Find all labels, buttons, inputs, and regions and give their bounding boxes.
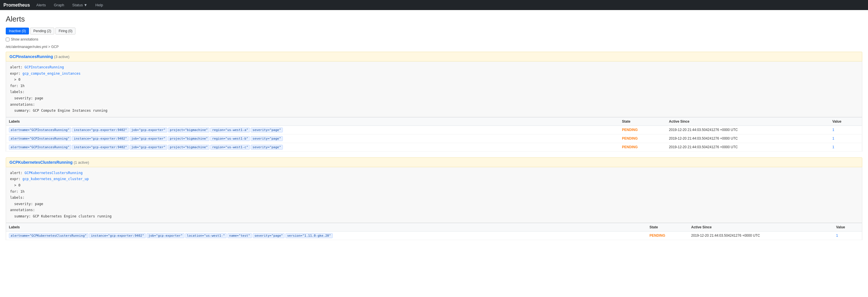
label-tag: severity="page" [251, 128, 283, 132]
label-tag: region="us-west1-a" [210, 128, 250, 132]
label-tag: instance="gcp-exporter:9402" [89, 233, 146, 238]
alert-link-gcp-kubernetes[interactable]: GCPKubernetesClustersRunning [25, 171, 83, 175]
cell-labels: alertname="GCPKubernetesClustersRunning"… [6, 231, 647, 240]
state-badge: PENDING [622, 136, 638, 140]
col-labels-1: Labels [6, 117, 619, 126]
cell-active-since: 2019-12-20 21:44:03.504241276 +0000 UTC [666, 126, 830, 134]
rule-expr-gcp-instances: alert: GCPInstancesRunning expr: gcp_com… [6, 61, 862, 117]
label-tag: job="gcp-exporter" [130, 136, 167, 141]
filter-firing-button[interactable]: Firing (0) [55, 28, 75, 34]
label-tag: alertname="GCPInstancesRunning" [9, 145, 71, 150]
label-tag: alertname="GCPInstancesRunning" [9, 128, 71, 132]
label-tag: region="us-west1-b" [210, 136, 250, 141]
active-count-gcp-instances: (3 active) [54, 55, 69, 59]
cell-value: 1 [830, 126, 862, 134]
label-tag: version="1.11.0-gke.20" [285, 233, 333, 238]
show-annotations-label[interactable]: Show annotations [6, 37, 862, 42]
alerts-table-gcp-instances: Labels State Active Since Value alertnam… [6, 117, 862, 152]
navbar-brand[interactable]: Prometheus [3, 3, 30, 8]
page-content: Alerts Inactive (0) Pending (2) Firing (… [0, 10, 868, 250]
value-link[interactable]: 1 [832, 136, 834, 140]
table-row: alertname="GCPInstancesRunning" instance… [6, 126, 862, 134]
show-annotations-text: Show annotations [11, 37, 38, 42]
nav-help[interactable]: Help [94, 2, 105, 8]
rule-name-gcp-instances[interactable]: GCPInstancesRunning [9, 54, 53, 59]
cell-value: 1 [830, 143, 862, 152]
active-count-gcp-kubernetes: (1 active) [74, 160, 89, 165]
label-tag: project="bigmachine" [168, 145, 209, 150]
rule-expr-gcp-kubernetes: alert: GCPKubernetesClustersRunning expr… [6, 167, 862, 223]
filter-inactive-button[interactable]: Inactive (0) [6, 28, 29, 34]
rule-group-gcp-instances: GCPInstancesRunning (3 active) alert: GC… [6, 52, 862, 152]
navbar: Prometheus Alerts Graph Status ▼ Help [0, 0, 868, 10]
state-badge: PENDING [622, 128, 638, 132]
table-row: alertname="GCPKubernetesClustersRunning"… [6, 231, 862, 240]
nav-graph[interactable]: Graph [52, 2, 66, 8]
col-state-1: State [619, 117, 666, 126]
rule-name-gcp-kubernetes[interactable]: GCPKubernetesClustersRunning [9, 160, 72, 165]
label-tag: region="us-west1-c" [210, 145, 250, 150]
cell-labels: alertname="GCPInstancesRunning" instance… [6, 126, 619, 134]
label-tag: job="gcp-exporter" [130, 145, 167, 150]
value-link[interactable]: 1 [832, 145, 834, 149]
cell-active-since: 2019-12-20 21:44:03.504241276 +0000 UTC [666, 134, 830, 143]
table-row: alertname="GCPInstancesRunning" instance… [6, 134, 862, 143]
label-tag: job="gcp-exporter" [147, 233, 184, 238]
label-tag: severity="page" [253, 233, 284, 238]
nav-status[interactable]: Status ▼ [70, 2, 89, 8]
cell-state: PENDING [619, 126, 666, 134]
cell-labels: alertname="GCPInstancesRunning" instance… [6, 143, 619, 152]
page-title: Alerts [6, 15, 862, 24]
label-tag: project="bigmachine" [168, 128, 209, 132]
label-tag: project="bigmachine" [168, 136, 209, 141]
col-state-2: State [647, 223, 688, 231]
col-labels-2: Labels [6, 223, 647, 231]
cell-value: 1 [833, 231, 862, 240]
label-tag: instance="gcp-exporter:9402" [72, 136, 128, 141]
cell-state: PENDING [647, 231, 688, 240]
state-badge: PENDING [622, 145, 638, 149]
cell-active-since: 2019-12-20 21:44:03.504241276 +0000 UTC [688, 231, 833, 240]
rule-group-gcp-kubernetes: GCPKubernetesClustersRunning (1 active) … [6, 157, 862, 240]
show-annotations-checkbox[interactable] [6, 37, 9, 42]
rule-group-header-gcp-kubernetes: GCPKubernetesClustersRunning (1 active) [6, 157, 862, 167]
expr-link-gcp-instances[interactable]: gcp_compute_engine_instances [22, 72, 80, 76]
value-link[interactable]: 1 [836, 234, 838, 238]
label-tag: instance="gcp-exporter:9402" [72, 145, 128, 150]
label-tag: job="gcp-exporter" [130, 128, 167, 132]
chevron-down-icon: ▼ [84, 3, 88, 7]
col-value-2: Value [833, 223, 862, 231]
label-tag: severity="page" [251, 136, 283, 141]
cell-active-since: 2019-12-20 21:44:03.504241276 +0000 UTC [666, 143, 830, 152]
alert-link-gcp-instances[interactable]: GCPInstancesRunning [25, 65, 64, 69]
label-tag: instance="gcp-exporter:9402" [72, 128, 128, 132]
breadcrumb: /etc/alertmanager/rules.yml > GCP [6, 45, 862, 49]
state-badge: PENDING [649, 234, 665, 238]
label-tag: alertname="GCPKubernetesClustersRunning" [9, 233, 88, 238]
label-tag: severity="page" [251, 145, 283, 150]
col-active-since-1: Active Since [666, 117, 830, 126]
filter-pending-button[interactable]: Pending (2) [30, 28, 54, 34]
expr-link-gcp-kubernetes[interactable]: gcp_kubernetes_engine_cluster_up [22, 177, 89, 181]
cell-value: 1 [830, 134, 862, 143]
col-active-since-2: Active Since [688, 223, 833, 231]
label-tag: alertname="GCPInstancesRunning" [9, 136, 71, 141]
cell-state: PENDING [619, 134, 666, 143]
cell-labels: alertname="GCPInstancesRunning" instance… [6, 134, 619, 143]
filter-buttons: Inactive (0) Pending (2) Firing (0) [6, 28, 862, 34]
table-row: alertname="GCPInstancesRunning" instance… [6, 143, 862, 152]
col-value-1: Value [830, 117, 862, 126]
cell-state: PENDING [619, 143, 666, 152]
label-tag: name="test" [227, 233, 252, 238]
label-tag: location="us-west1-" [185, 233, 227, 238]
nav-alerts[interactable]: Alerts [34, 2, 47, 8]
alerts-table-gcp-kubernetes: Labels State Active Since Value alertnam… [6, 223, 862, 240]
rule-group-header-gcp-instances: GCPInstancesRunning (3 active) [6, 52, 862, 61]
value-link[interactable]: 1 [832, 128, 834, 132]
